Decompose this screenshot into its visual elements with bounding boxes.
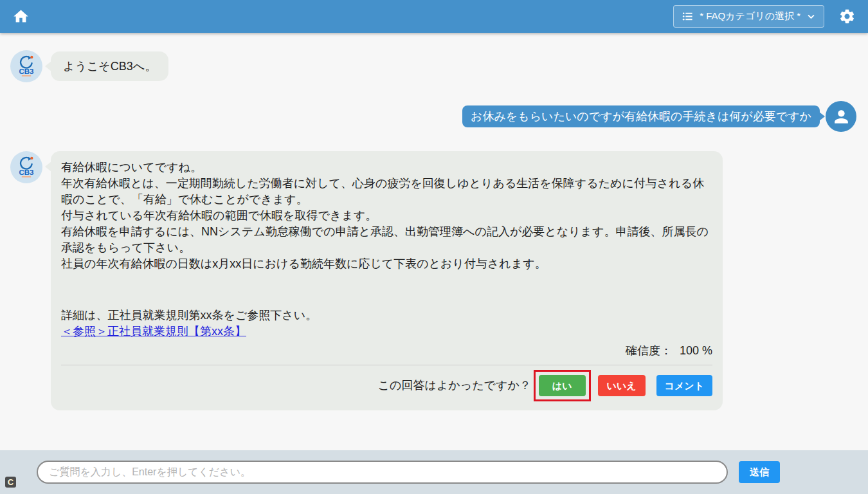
action-highlight-frame: はい: [534, 370, 591, 401]
faq-category-select[interactable]: * FAQカテゴリの選択 *: [673, 5, 824, 28]
svg-text:CB3: CB3: [19, 169, 33, 176]
answer-paragraph: 有給休暇を申請するには、NNシステム勤怠稼働での申請と承認、出勤管理簿への記入が…: [61, 224, 712, 256]
gear-icon: [838, 8, 856, 25]
cb3-logo-icon: CB3: [12, 52, 41, 80]
user-avatar: [826, 101, 856, 132]
bot-avatar: CB3: [10, 50, 42, 82]
answer-paragraph: 付与されている年次有給休暇の範囲で休暇を取得できます。: [61, 208, 712, 224]
svg-text:CB3: CB3: [19, 68, 33, 75]
reference-link[interactable]: ＜参照＞正社員就業規則【第xx条】: [61, 325, 246, 338]
app-header: * FAQカテゴリの選択 *: [0, 0, 868, 33]
feedback-no-button[interactable]: いいえ: [598, 375, 646, 396]
chevron-down-icon: [806, 12, 816, 21]
person-icon: [831, 107, 851, 127]
cb3-logo-icon: CB3: [12, 153, 41, 181]
feedback-row: この回答はよかったですか？ はい いいえ コメント: [61, 370, 712, 401]
feedback-comment-button[interactable]: コメント: [656, 375, 712, 396]
answer-paragraph: 年次有給休暇とは、一定期間勤続した労働者に対して、心身の疲労を回復しゆとりある生…: [61, 176, 712, 208]
confidence-label: 確信度：: [626, 344, 672, 357]
user-message-row: お休みをもらいたいのですが有給休暇の手続きは何が必要ですか: [10, 101, 858, 132]
header-right: * FAQカテゴリの選択 *: [673, 5, 858, 28]
send-button[interactable]: 送信: [739, 461, 780, 483]
bot-welcome-bubble: ようこそCB3へ。: [51, 51, 168, 81]
home-icon: [12, 8, 30, 25]
confidence-row: 確信度：100 %: [61, 343, 712, 359]
feedback-prompt: この回答はよかったですか？: [378, 378, 531, 394]
chat-area: CB3 ようこそCB3へ。 お休みをもらいたいのですが有給休暇の手続きは何が必要…: [0, 33, 868, 410]
bot-answer-row: CB3 有給休暇についてですね。 年次有給休暇とは、一定期間勤続した労働者に対し…: [10, 151, 858, 410]
answer-divider: [61, 365, 712, 365]
answer-paragraph: 社員の年次有給休暇の日数はx月xx日における勤続年数に応じて下表のとおり付与され…: [61, 256, 712, 272]
settings-button[interactable]: [836, 5, 858, 28]
list-icon: [682, 10, 694, 23]
confidence-value: 100 %: [680, 344, 712, 357]
bot-answer-bubble: 有給休暇についてですね。 年次有給休暇とは、一定期間勤続した労働者に対して、心身…: [51, 151, 723, 410]
answer-paragraph: 有給休暇についてですね。: [61, 160, 712, 176]
user-message-bubble: お休みをもらいたいのですが有給休暇の手続きは何が必要ですか: [462, 105, 820, 127]
question-input[interactable]: [37, 461, 728, 484]
bot-avatar: CB3: [10, 151, 42, 183]
answer-detail-note: 詳細は、正社員就業規則第xx条をご参照下さい。: [61, 307, 712, 324]
bot-welcome-row: CB3 ようこそCB3へ。: [10, 50, 858, 82]
home-button[interactable]: [10, 5, 32, 28]
overlay-c-badge: C: [5, 477, 16, 488]
composer-bar: 送信: [0, 450, 868, 494]
faq-select-label: * FAQカテゴリの選択 *: [700, 10, 800, 23]
answer-table-placeholder: [61, 272, 712, 307]
feedback-yes-button[interactable]: はい: [539, 375, 586, 396]
